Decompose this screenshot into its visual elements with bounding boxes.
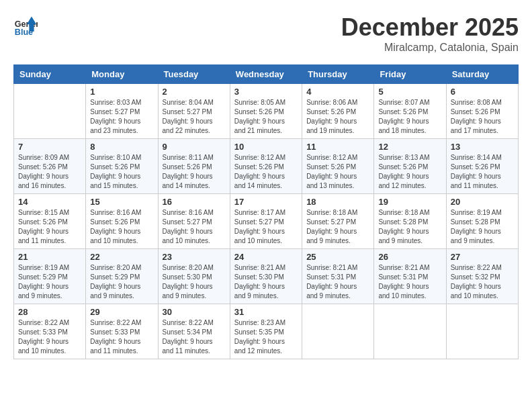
logo-icon: General Blue bbox=[13, 13, 38, 38]
sunset-text: Sunset: 5:26 PM bbox=[306, 108, 356, 116]
day-info: Sunrise: 8:19 AMSunset: 5:29 PMDaylight:… bbox=[18, 263, 81, 301]
daylight-text: Daylight: 9 hours and 9 minutes. bbox=[451, 228, 501, 244]
sunset-text: Sunset: 5:33 PM bbox=[18, 328, 68, 336]
sunset-text: Sunset: 5:27 PM bbox=[90, 108, 140, 116]
day-number: 26 bbox=[378, 252, 441, 262]
sunset-text: Sunset: 5:30 PM bbox=[163, 273, 212, 281]
day-info: Sunrise: 8:04 AMSunset: 5:27 PMDaylight:… bbox=[163, 98, 226, 136]
calendar-week-row: 7Sunrise: 8:09 AMSunset: 5:26 PMDaylight… bbox=[14, 139, 519, 194]
calendar-cell: 17Sunrise: 8:17 AMSunset: 5:27 PMDayligh… bbox=[230, 194, 302, 249]
sunrise-text: Sunrise: 8:09 AM bbox=[18, 154, 69, 161]
day-number: 12 bbox=[378, 142, 441, 152]
calendar-cell: 25Sunrise: 8:21 AMSunset: 5:31 PMDayligh… bbox=[302, 249, 374, 304]
sunrise-text: Sunrise: 8:03 AM bbox=[90, 99, 141, 106]
calendar-cell: 29Sunrise: 8:22 AMSunset: 5:33 PMDayligh… bbox=[86, 304, 158, 359]
day-info: Sunrise: 8:12 AMSunset: 5:26 PMDaylight:… bbox=[234, 153, 298, 191]
sunset-text: Sunset: 5:26 PM bbox=[90, 163, 140, 171]
day-number: 11 bbox=[306, 142, 369, 152]
day-info: Sunrise: 8:16 AMSunset: 5:27 PMDaylight:… bbox=[163, 208, 226, 246]
calendar-cell bbox=[446, 304, 518, 359]
sunrise-text: Sunrise: 8:16 AM bbox=[90, 209, 141, 216]
calendar-cell: 7Sunrise: 8:09 AMSunset: 5:26 PMDaylight… bbox=[14, 139, 86, 194]
calendar-cell: 26Sunrise: 8:21 AMSunset: 5:31 PMDayligh… bbox=[374, 249, 446, 304]
day-number: 7 bbox=[18, 142, 81, 152]
calendar-cell: 18Sunrise: 8:18 AMSunset: 5:27 PMDayligh… bbox=[302, 194, 374, 249]
daylight-text: Daylight: 9 hours and 10 minutes. bbox=[90, 228, 140, 244]
sunrise-text: Sunrise: 8:20 AM bbox=[163, 264, 214, 271]
sunrise-text: Sunrise: 8:18 AM bbox=[306, 209, 357, 216]
day-number: 28 bbox=[18, 307, 81, 317]
sunset-text: Sunset: 5:26 PM bbox=[18, 218, 68, 226]
calendar-cell: 13Sunrise: 8:14 AMSunset: 5:26 PMDayligh… bbox=[446, 139, 518, 194]
sunset-text: Sunset: 5:27 PM bbox=[234, 218, 284, 226]
day-number: 1 bbox=[90, 87, 153, 97]
daylight-text: Daylight: 9 hours and 9 minutes. bbox=[306, 228, 357, 244]
daylight-text: Daylight: 9 hours and 13 minutes. bbox=[306, 173, 357, 189]
sunset-text: Sunset: 5:26 PM bbox=[451, 163, 500, 171]
sunset-text: Sunset: 5:26 PM bbox=[378, 108, 428, 116]
day-number: 13 bbox=[451, 142, 514, 152]
calendar-cell: 19Sunrise: 8:18 AMSunset: 5:28 PMDayligh… bbox=[374, 194, 446, 249]
sunrise-text: Sunrise: 8:11 AM bbox=[163, 154, 214, 161]
day-info: Sunrise: 8:21 AMSunset: 5:31 PMDaylight:… bbox=[378, 263, 441, 301]
daylight-text: Daylight: 9 hours and 23 minutes. bbox=[90, 118, 140, 134]
calendar-cell: 2Sunrise: 8:04 AMSunset: 5:27 PMDaylight… bbox=[158, 84, 230, 139]
sunrise-text: Sunrise: 8:22 AM bbox=[451, 264, 502, 271]
calendar-cell: 11Sunrise: 8:12 AMSunset: 5:26 PMDayligh… bbox=[302, 139, 374, 194]
daylight-text: Daylight: 9 hours and 16 minutes. bbox=[18, 173, 69, 189]
day-info: Sunrise: 8:06 AMSunset: 5:26 PMDaylight:… bbox=[306, 98, 369, 136]
calendar-cell: 28Sunrise: 8:22 AMSunset: 5:33 PMDayligh… bbox=[14, 304, 86, 359]
day-number: 20 bbox=[451, 197, 514, 207]
sunset-text: Sunset: 5:29 PM bbox=[90, 273, 140, 281]
daylight-text: Daylight: 9 hours and 21 minutes. bbox=[234, 118, 285, 134]
calendar-week-row: 14Sunrise: 8:15 AMSunset: 5:26 PMDayligh… bbox=[14, 194, 519, 249]
day-number: 17 bbox=[234, 197, 298, 207]
day-info: Sunrise: 8:11 AMSunset: 5:26 PMDaylight:… bbox=[163, 153, 226, 191]
calendar-cell: 31Sunrise: 8:23 AMSunset: 5:35 PMDayligh… bbox=[230, 304, 302, 359]
day-number: 14 bbox=[18, 197, 81, 207]
daylight-text: Daylight: 9 hours and 11 minutes. bbox=[451, 173, 501, 189]
day-info: Sunrise: 8:19 AMSunset: 5:28 PMDaylight:… bbox=[451, 208, 514, 246]
calendar-cell: 10Sunrise: 8:12 AMSunset: 5:26 PMDayligh… bbox=[230, 139, 302, 194]
daylight-text: Daylight: 9 hours and 10 minutes. bbox=[451, 283, 501, 300]
sunrise-text: Sunrise: 8:23 AM bbox=[234, 319, 285, 326]
sunset-text: Sunset: 5:26 PM bbox=[234, 163, 284, 171]
day-info: Sunrise: 8:18 AMSunset: 5:27 PMDaylight:… bbox=[306, 208, 369, 246]
sunset-text: Sunset: 5:30 PM bbox=[234, 273, 284, 281]
daylight-text: Daylight: 9 hours and 10 minutes. bbox=[163, 228, 213, 244]
day-header-saturday: Saturday bbox=[446, 65, 518, 84]
sunrise-text: Sunrise: 8:12 AM bbox=[306, 154, 357, 161]
daylight-text: Daylight: 9 hours and 14 minutes. bbox=[234, 173, 285, 189]
sunset-text: Sunset: 5:26 PM bbox=[451, 108, 500, 116]
day-number: 21 bbox=[18, 252, 81, 262]
sunset-text: Sunset: 5:26 PM bbox=[18, 163, 68, 171]
sunset-text: Sunset: 5:31 PM bbox=[306, 273, 356, 281]
day-number: 25 bbox=[306, 252, 369, 262]
sunrise-text: Sunrise: 8:21 AM bbox=[234, 264, 285, 271]
day-info: Sunrise: 8:16 AMSunset: 5:26 PMDaylight:… bbox=[90, 208, 153, 246]
calendar-week-row: 28Sunrise: 8:22 AMSunset: 5:33 PMDayligh… bbox=[14, 304, 519, 359]
header: General Blue December 2025 Miralcamp, Ca… bbox=[13, 13, 519, 54]
calendar-body: 1Sunrise: 8:03 AMSunset: 5:27 PMDaylight… bbox=[14, 84, 519, 359]
daylight-text: Daylight: 9 hours and 11 minutes. bbox=[163, 338, 213, 355]
day-header-friday: Friday bbox=[374, 65, 446, 84]
calendar-cell: 9Sunrise: 8:11 AMSunset: 5:26 PMDaylight… bbox=[158, 139, 230, 194]
calendar-cell: 14Sunrise: 8:15 AMSunset: 5:26 PMDayligh… bbox=[14, 194, 86, 249]
day-info: Sunrise: 8:13 AMSunset: 5:26 PMDaylight:… bbox=[378, 153, 441, 191]
day-number: 30 bbox=[163, 307, 226, 317]
day-header-sunday: Sunday bbox=[14, 65, 86, 84]
calendar-cell: 4Sunrise: 8:06 AMSunset: 5:26 PMDaylight… bbox=[302, 84, 374, 139]
daylight-text: Daylight: 9 hours and 9 minutes. bbox=[306, 283, 357, 300]
daylight-text: Daylight: 9 hours and 11 minutes. bbox=[18, 228, 69, 244]
day-number: 8 bbox=[90, 142, 153, 152]
daylight-text: Daylight: 9 hours and 11 minutes. bbox=[90, 338, 140, 355]
sunrise-text: Sunrise: 8:10 AM bbox=[90, 154, 141, 161]
day-info: Sunrise: 8:08 AMSunset: 5:26 PMDaylight:… bbox=[451, 98, 514, 136]
sunrise-text: Sunrise: 8:19 AM bbox=[18, 264, 69, 271]
day-number: 22 bbox=[90, 252, 153, 262]
daylight-text: Daylight: 9 hours and 10 minutes. bbox=[18, 338, 69, 355]
day-info: Sunrise: 8:10 AMSunset: 5:26 PMDaylight:… bbox=[90, 153, 153, 191]
daylight-text: Daylight: 9 hours and 19 minutes. bbox=[306, 118, 357, 134]
daylight-text: Daylight: 9 hours and 12 minutes. bbox=[378, 173, 429, 189]
calendar-cell: 23Sunrise: 8:20 AMSunset: 5:30 PMDayligh… bbox=[158, 249, 230, 304]
